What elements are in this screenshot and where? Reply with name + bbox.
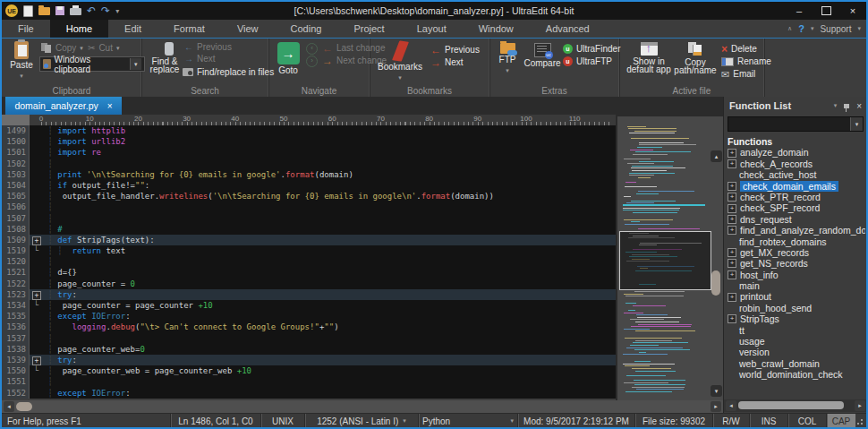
fn-scroll-left-icon[interactable]: ◂ bbox=[726, 400, 736, 411]
code-line-1500[interactable]: 1500 ┆ import urllib2 bbox=[2, 136, 616, 147]
code-line-1502[interactable]: 1502 ┆ bbox=[2, 159, 616, 169]
function-item-world_domination_check[interactable]: world_domination_check bbox=[728, 369, 865, 380]
code-line-1501[interactable]: 1501 ┆ import re bbox=[2, 147, 616, 158]
function-item-check_domain_emails[interactable]: +check_domain_emails bbox=[728, 181, 865, 192]
status-column-mode[interactable]: COL bbox=[787, 414, 826, 428]
minimap-viewport[interactable] bbox=[619, 231, 711, 290]
status-cursor-position[interactable]: Ln 1486, Col 1, C0 bbox=[170, 414, 260, 428]
tab-close-icon[interactable]: × bbox=[107, 101, 113, 111]
code-line-1550[interactable]: 1550└ ┆ page_counter_web = page_counter_… bbox=[2, 365, 616, 376]
function-item-check_A_records[interactable]: +check_A_records bbox=[728, 159, 865, 169]
code-line-1536[interactable]: 1536 ┆ logging.debug("\t> Can't connect … bbox=[2, 322, 616, 332]
expand-icon[interactable]: + bbox=[728, 270, 736, 279]
horizontal-scrollbar-thumb[interactable] bbox=[16, 402, 32, 411]
menu-edit[interactable]: Edit bbox=[108, 20, 157, 38]
menu-advanced[interactable]: Advanced bbox=[530, 20, 606, 38]
status-insert-mode[interactable]: INS bbox=[749, 414, 787, 428]
search-next-button[interactable]: → Next bbox=[184, 54, 216, 64]
expand-icon[interactable]: + bbox=[728, 215, 736, 224]
help-icon[interactable]: ? bbox=[798, 23, 804, 34]
function-filter-select[interactable]: ▾ bbox=[728, 116, 864, 132]
code-line-1505[interactable]: 1505 ┆ output_file_handler.writelines('\… bbox=[2, 191, 616, 202]
previous-position-button[interactable]: ‹ bbox=[306, 43, 318, 55]
email-file-button[interactable]: ✉ Email bbox=[721, 69, 755, 79]
vertical-scrollbar-thumb[interactable] bbox=[711, 270, 720, 296]
function-item-host_info[interactable]: +host_info bbox=[728, 270, 865, 280]
code-line-1508[interactable]: 1508 ┆ # bbox=[2, 224, 616, 235]
panel-close-icon[interactable]: × bbox=[856, 101, 862, 111]
code-line-1552[interactable]: 1552 ┆ except IOError: bbox=[2, 388, 616, 399]
minimap[interactable]: ▴ ▾ bbox=[616, 97, 723, 400]
search-previous-button[interactable]: ← Previous bbox=[184, 42, 232, 52]
ultraftp-button[interactable]: u UltraFTP bbox=[563, 56, 612, 66]
status-encoding[interactable]: 1252 (ANSI - Latin I) ▾ bbox=[304, 414, 418, 428]
code-line-1538[interactable]: 1538 ┆ page_counter_web=0 bbox=[2, 344, 616, 355]
code-line-1509[interactable]: 1509+ ┆ def StripTags(text): bbox=[2, 235, 616, 245]
expand-icon[interactable]: + bbox=[728, 248, 736, 257]
menu-project[interactable]: Project bbox=[337, 20, 400, 38]
function-item-StripTags[interactable]: +StripTags bbox=[728, 313, 865, 324]
tab-domain-analyzer[interactable]: domain_analyzer.py × bbox=[5, 97, 122, 115]
resize-grip[interactable] bbox=[855, 414, 866, 428]
panel-dropdown-icon[interactable]: ▾ bbox=[834, 102, 838, 109]
ftp-button[interactable]: FTP ▾ bbox=[495, 43, 520, 75]
scroll-left-icon[interactable]: ◂ bbox=[4, 401, 14, 412]
next-bookmark-button[interactable]: → Next bbox=[430, 57, 464, 67]
delete-file-button[interactable]: × Delete bbox=[721, 44, 757, 54]
status-language[interactable]: Python ▾ bbox=[418, 414, 517, 428]
fold-expand-icon[interactable]: + bbox=[30, 355, 43, 365]
menu-format[interactable]: Format bbox=[157, 20, 221, 38]
fold-expand-icon[interactable]: + bbox=[30, 235, 43, 245]
rename-file-button[interactable]: Rename bbox=[721, 56, 771, 66]
code-line-1534[interactable]: 1534└ ┆ page_counter = page_counter +10 bbox=[2, 300, 616, 311]
menu-window[interactable]: Window bbox=[463, 20, 530, 38]
maximize-button[interactable] bbox=[813, 2, 839, 20]
code-line-1523[interactable]: 1523+ ┆ try: bbox=[2, 289, 616, 300]
fold-end-icon[interactable]: └ bbox=[30, 365, 43, 376]
expand-icon[interactable]: + bbox=[728, 226, 736, 235]
cut-button[interactable]: ✂ Cut ▾ bbox=[88, 43, 119, 53]
fn-scroll-right-icon[interactable]: ▸ bbox=[855, 400, 865, 411]
menu-home[interactable]: Home bbox=[50, 20, 108, 38]
code-line-1522[interactable]: 1522 ┆ page_counter = 0 bbox=[2, 279, 616, 289]
windows-clipboard-dropdown-icon[interactable]: ▾ bbox=[130, 58, 141, 70]
code-line-1539[interactable]: 1539+ ┆ try: bbox=[2, 355, 616, 365]
menu-file[interactable]: File bbox=[2, 20, 50, 38]
menu-layout[interactable]: Layout bbox=[401, 20, 463, 38]
status-caps-lock[interactable]: CAP bbox=[826, 414, 855, 428]
expand-icon[interactable]: + bbox=[728, 159, 736, 168]
function-item-find_robtex_domains[interactable]: find_robtex_domains bbox=[728, 236, 865, 247]
function-item-tt[interactable]: tt bbox=[728, 325, 865, 336]
menu-coding[interactable]: Coding bbox=[275, 20, 338, 38]
fn-scrollbar-thumb[interactable] bbox=[738, 401, 844, 409]
expand-icon[interactable]: + bbox=[728, 182, 736, 191]
code-editor[interactable]: 1499 ┆ import httplib1500 ┆ import urlli… bbox=[2, 125, 616, 399]
code-line-1519[interactable]: 1519└ ┆ ┆ return text bbox=[2, 245, 616, 256]
function-item-get_NS_records[interactable]: +get_NS_records bbox=[728, 258, 865, 269]
fold-end-icon[interactable]: └ bbox=[30, 300, 43, 311]
function-item-printout[interactable]: +printout bbox=[728, 291, 865, 302]
function-item-check_PTR_record[interactable]: +check_PTR_record bbox=[728, 192, 865, 202]
code-line-1551[interactable]: 1551 ┆ bbox=[2, 376, 616, 387]
horizontal-scrollbar[interactable]: ◂ ▸ bbox=[2, 400, 723, 413]
scroll-right-icon[interactable]: ▸ bbox=[711, 401, 721, 412]
goto-button[interactable]: → Goto bbox=[276, 42, 301, 75]
function-item-check_active_host[interactable]: check_active_host bbox=[728, 169, 865, 180]
expand-icon[interactable]: + bbox=[728, 259, 736, 268]
status-read-write[interactable]: R/W bbox=[712, 414, 749, 428]
function-item-check_SPF_record[interactable]: +check_SPF_record bbox=[728, 202, 865, 213]
filter-dropdown-icon[interactable]: ▾ bbox=[850, 117, 863, 131]
compare-button[interactable]: Compare bbox=[523, 43, 561, 68]
function-item-get_MX_records[interactable]: +get_MX_records bbox=[728, 247, 865, 258]
expand-icon[interactable]: + bbox=[728, 149, 736, 158]
code-line-1535[interactable]: 1535 ┆ except IOError: bbox=[2, 311, 616, 322]
support-dropdown-icon[interactable]: ▾ bbox=[857, 25, 861, 32]
find-in-files-button[interactable]: Find/replace in files bbox=[183, 67, 274, 77]
code-line-1504[interactable]: 1504 ┆ if output_file!="": bbox=[2, 180, 616, 191]
windows-clipboard-select[interactable]: Windows clipboard ▾ bbox=[39, 56, 145, 72]
function-item-dns_request[interactable]: +dns_request bbox=[728, 214, 865, 225]
expand-icon[interactable]: + bbox=[728, 293, 736, 302]
function-list-hscrollbar[interactable]: ◂ ▸ bbox=[724, 399, 867, 412]
ultrafinder-button[interactable]: u UltraFinder bbox=[563, 44, 620, 54]
expand-icon[interactable]: + bbox=[728, 193, 736, 202]
